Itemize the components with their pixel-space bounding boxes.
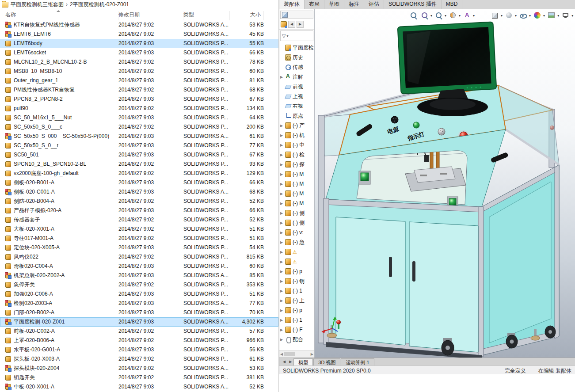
chevron-down-icon[interactable]: ▾ [543, 14, 545, 18]
tab-motion-study[interactable]: 运动算例 1 [341, 358, 374, 365]
file-row[interactable]: 门部-020-B002-A 2014/8/27 9:03 SOLIDWORKS … [0, 308, 278, 317]
file-row[interactable]: 大板-020-X001-A 2014/8/27 9:02 SOLIDWORKS … [0, 225, 278, 234]
file-row[interactable]: 滑板020-C004-A 2014/8/27 9:03 SOLIDWORKS P… [0, 262, 278, 271]
file-row[interactable]: 钥匙开关 2014/8/27 9:02 SOLIDWORKS P... 381 … [0, 373, 278, 382]
expand-arrow-icon[interactable]: ▶ [280, 338, 284, 342]
file-row[interactable]: 侧板-020-B001-A 2014/8/27 9:03 SOLIDWORKS … [0, 178, 278, 187]
expand-arrow-icon[interactable]: ▶ [280, 289, 284, 293]
file-row[interactable]: Outer_ring_gear_1 2014/8/27 9:03 SOLIDWO… [0, 76, 278, 85]
zoom-to-fit-icon[interactable] [409, 11, 418, 20]
expand-arrow-icon[interactable]: ▶ [280, 299, 284, 303]
file-row[interactable]: 探头模块-020-Z004 2014/8/27 9:02 SOLIDWORKS … [0, 364, 278, 373]
monitor[interactable] [398, 22, 497, 94]
column-header-date[interactable]: 修改日期 [118, 11, 183, 20]
feature-tree-item[interactable]: ▶ ⚠ 平面度检 [279, 43, 314, 53]
file-row[interactable]: MLCNL10_2_B_MLCNL10-2-B 2014/8/27 9:02 S… [0, 57, 278, 67]
expand-arrow-icon[interactable]: ▶ [280, 202, 284, 206]
file-row[interactable]: LEMT6_LEMT6 2014/8/27 9:02 SOLIDWORKS A.… [0, 30, 278, 39]
column-header-size[interactable]: 大小 [230, 11, 264, 20]
tab-addins[interactable]: SOLIDWORKS 插件 [384, 0, 442, 9]
file-row[interactable]: SPCN10_2_BL_SPCN10-2-BL 2014/8/27 9:02 S… [0, 160, 278, 169]
feature-tree-item[interactable]: ▶ ⚠ 注解 [279, 72, 314, 82]
chevron-down-icon[interactable]: ▾ [571, 14, 573, 18]
feature-tree-item[interactable]: ▶ ⚠ (-) v: [279, 228, 314, 237]
expand-arrow-icon[interactable]: ▶ [280, 231, 284, 235]
file-row[interactable]: 定位块-020-X005-A 2014/8/27 9:03 SOLIDWORKS… [0, 243, 278, 252]
file-row[interactable]: 中板-020-X001-A 2014/8/27 9:03 SOLIDWORKS … [0, 382, 278, 392]
tab-scroll-left-icon[interactable]: ◀ [288, 21, 295, 28]
feature-tree-item[interactable]: ▶ ⚠ (-) 1 [279, 315, 314, 325]
file-row[interactable]: 上罩-020-B006-A 2014/8/27 9:02 SOLIDWORKS … [0, 336, 278, 345]
file-row[interactable]: PM线性传感器KTR自恢复 2014/8/27 9:02 SOLIDWORKS … [0, 85, 278, 95]
display-style-icon[interactable] [505, 11, 514, 20]
file-row[interactable]: 导柱017-M001-A 2014/8/27 9:02 SOLIDWORKS P… [0, 234, 278, 243]
feature-tree-item[interactable]: ▶ ⚠ 前视 [279, 82, 314, 91]
feature-tree-item[interactable]: ▶ ⚠ 原点 [279, 111, 314, 121]
expand-arrow-icon[interactable]: ▶ [280, 250, 284, 254]
expand-arrow-icon[interactable]: ▶ [280, 270, 284, 274]
file-row[interactable]: KTR自恢复式PM线性传感器 2014/8/27 9:02 SOLIDWORKS… [0, 20, 278, 30]
expand-arrow-icon[interactable]: ▶ [280, 192, 284, 196]
expand-arrow-icon[interactable]: ▶ [280, 279, 284, 283]
feature-tree-item[interactable]: ▶ ⚠ [279, 257, 314, 266]
file-row[interactable]: 加强020-C006-A 2014/8/27 9:03 SOLIDWORKS P… [0, 289, 278, 299]
tab-3d-views[interactable]: 3D 视图 [313, 358, 340, 365]
tab-model[interactable]: 模型 [293, 358, 313, 365]
file-row[interactable]: 急停开关 2014/8/27 9:02 SOLIDWORKS P... 353 … [0, 280, 278, 289]
file-row[interactable]: SC_50x50_S_000__SC-50x50-S-P(000) 2014/8… [0, 132, 278, 141]
previous-view-icon[interactable] [434, 11, 443, 20]
feature-tree-item[interactable]: ▶ ⚠ (-) 侧 [279, 218, 314, 228]
expand-arrow-icon[interactable]: ▶ [280, 221, 284, 225]
file-row[interactable]: pulf90 2014/8/27 9:02 SOLIDWORKS P... 13… [0, 104, 278, 113]
file-row[interactable]: LEMT6body 2014/8/27 9:03 SOLIDWORKS P...… [0, 39, 278, 48]
scrollbar-thumb[interactable] [284, 352, 295, 356]
file-row[interactable]: 机架总装-020-Z002-A 2014/8/27 9:03 SOLIDWORK… [0, 271, 278, 280]
file-row[interactable]: 风鸣仪022 2014/8/27 9:02 SOLIDWORKS P... 81… [0, 252, 278, 262]
apply-scene-icon[interactable] [547, 11, 556, 20]
column-header-type[interactable]: 类型 [183, 11, 230, 20]
expand-arrow-icon[interactable]: ▶ [280, 260, 284, 264]
file-row[interactable]: 侧防-020-B004-A 2014/8/27 9:02 SOLIDWORKS … [0, 197, 278, 206]
feature-tree-item[interactable]: ▶ ⚠ (-) 中 [279, 140, 314, 150]
breadcrumb-root[interactable]: 平面度检测机三维套图 [11, 1, 64, 8]
buzzer[interactable] [438, 128, 445, 135]
cabinet-door-right[interactable] [409, 222, 478, 352]
door-handle-right[interactable] [412, 261, 415, 282]
file-row[interactable]: 平面度检测-020-Z001 2014/8/27 9:03 SOLIDWORKS… [0, 317, 278, 327]
tab-sketch[interactable]: 草图 [324, 0, 344, 9]
file-row[interactable]: 产品样子模拟-020-A 2014/8/27 9:03 SOLIDWORKS P… [0, 206, 278, 215]
feature-tree-item[interactable]: ▶ ⚠ 历史 [279, 53, 314, 62]
file-row[interactable]: SC_50x50_S_0___c 2014/8/27 9:02 SOLIDWOR… [0, 122, 278, 132]
file-row[interactable]: SC_50_M16x1_5___Nut 2014/8/27 9:03 SOLID… [0, 113, 278, 122]
feature-tree-item[interactable]: ▶ ⚠ (-) M [279, 169, 314, 179]
pane-display-icon[interactable] [282, 12, 288, 18]
breadcrumb-current[interactable]: 2平面度检测机-020-Z001 [70, 1, 129, 8]
file-row[interactable]: 传感器套子 2014/8/27 9:02 SOLIDWORKS P... 52 … [0, 215, 278, 225]
assembly-3d-model[interactable]: 电源 指示灯 蜂鸣仪 急停 [315, 9, 575, 358]
column-header-name[interactable]: 名称 [5, 11, 118, 20]
chevron-down-icon[interactable]: ▾ [473, 14, 475, 18]
feature-tree-item[interactable]: ▶ ⚠ (-) 急 [279, 237, 314, 247]
feature-tree-hscrollbar[interactable]: ◀ ▶ [279, 350, 314, 358]
feature-tree-item[interactable]: ▶ ⚠ (-) M [279, 189, 314, 198]
expand-arrow-icon[interactable]: ▶ [280, 308, 284, 312]
feature-tree-item[interactable]: ▶ ⚠ (-) 上 [279, 296, 314, 305]
expand-arrow-icon[interactable]: ▶ [280, 172, 284, 176]
side-button-left[interactable] [361, 173, 369, 181]
chevron-down-icon[interactable]: ▾ [430, 14, 432, 18]
chevron-down-icon[interactable]: ▾ [445, 14, 446, 18]
feature-tree-item[interactable]: ▶ ⚠ (-) F [279, 325, 314, 335]
expand-arrow-icon[interactable]: ▶ [280, 182, 284, 186]
expand-arrow-icon[interactable]: ▶ [280, 133, 284, 137]
feature-tree-item[interactable]: ▶ ⚠ [279, 247, 314, 257]
side-button-right[interactable] [449, 198, 456, 206]
breadcrumb[interactable]: 平面度检测机三维套图 › 2平面度检测机-020-Z001 [0, 0, 278, 9]
chevron-down-icon[interactable]: ▾ [459, 14, 461, 18]
tab-markup[interactable]: 标注 [344, 0, 364, 9]
expand-arrow-icon[interactable]: ▶ [280, 211, 284, 215]
doc-tab-scroll-right-icon[interactable]: ▶ [287, 358, 293, 365]
file-row[interactable]: 检测020-Z003-A 2014/8/27 9:03 SOLIDWORKS A… [0, 299, 278, 308]
cabinet-front[interactable] [324, 198, 484, 356]
feature-tree-item[interactable]: ▶ ⚠ (-) 钥 [279, 276, 314, 286]
feature-tree-filter[interactable]: ▽ ▾ [280, 30, 313, 41]
